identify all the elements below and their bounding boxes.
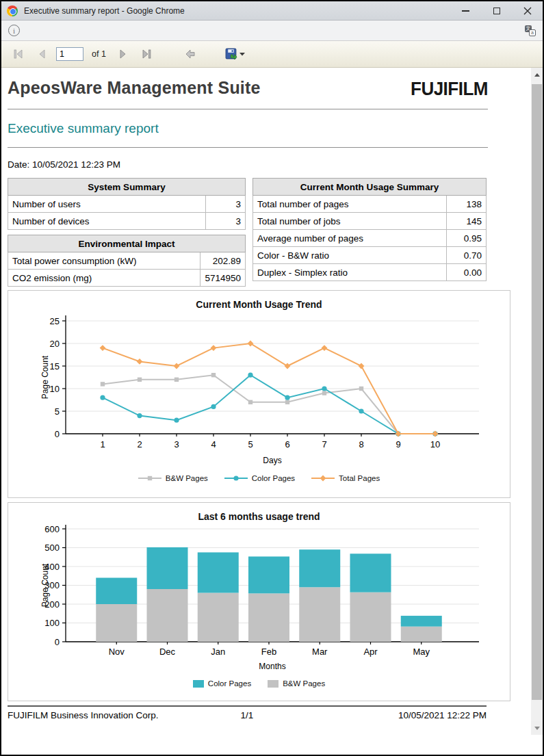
svg-text:7: 7 bbox=[322, 439, 326, 449]
row-value: 3 bbox=[206, 213, 246, 230]
scroll-down-button[interactable] bbox=[531, 721, 543, 735]
svg-text:600: 600 bbox=[44, 525, 60, 534]
first-page-icon bbox=[13, 49, 24, 59]
app-title: ApeosWare Management Suite bbox=[8, 78, 261, 98]
page-count-label: of 1 bbox=[92, 49, 106, 59]
previous-page-icon bbox=[38, 49, 46, 59]
page-number-input[interactable] bbox=[56, 47, 83, 61]
row-label: Number of devices bbox=[8, 213, 206, 230]
svg-text:9: 9 bbox=[396, 439, 400, 449]
chart-title: Last 6 months usage trend bbox=[8, 503, 510, 522]
svg-text:Days: Days bbox=[263, 456, 281, 465]
title-bar: Executive summary report - Google Chrome bbox=[1, 1, 543, 21]
next-page-button[interactable] bbox=[114, 46, 132, 62]
chrome-icon bbox=[7, 5, 18, 16]
svg-text:0: 0 bbox=[55, 429, 60, 439]
svg-text:2: 2 bbox=[137, 439, 142, 449]
line-chart-legend: B&W PagesColor PagesTotal Pages bbox=[8, 474, 510, 482]
legend-label: B&W Pages bbox=[283, 679, 325, 688]
svg-text:5: 5 bbox=[248, 439, 252, 449]
svg-text:15: 15 bbox=[50, 361, 60, 372]
environmental-impact-table: Environmental Impact Total power consump… bbox=[8, 235, 246, 287]
svg-text:100: 100 bbox=[44, 618, 60, 628]
legend-label: Total Pages bbox=[339, 474, 380, 482]
legend-item: Color Pages bbox=[193, 679, 251, 688]
last-page-button[interactable] bbox=[138, 46, 155, 62]
table-row: Total power consumption (kW)202.89 bbox=[8, 252, 246, 270]
maximize-button[interactable] bbox=[481, 1, 512, 20]
row-value: 138 bbox=[447, 196, 487, 213]
row-label: Total power consumption (kW) bbox=[8, 252, 200, 270]
row-value: 145 bbox=[447, 213, 487, 230]
svg-text:5: 5 bbox=[55, 406, 60, 417]
legend-item: Total Pages bbox=[311, 474, 380, 482]
report-page: ApeosWare Management Suite FUJIFILM Exec… bbox=[1, 68, 543, 720]
legend-item: B&W Pages bbox=[138, 474, 208, 482]
svg-text:1: 1 bbox=[100, 439, 105, 449]
maximize-icon bbox=[493, 8, 500, 14]
minimize-button[interactable] bbox=[450, 1, 481, 20]
line-chart-canvas: 0510152025Page CountDays12345678910 bbox=[8, 313, 510, 469]
close-button[interactable] bbox=[512, 1, 543, 20]
vertical-scrollbar[interactable] bbox=[531, 68, 543, 735]
svg-text:10: 10 bbox=[430, 439, 440, 449]
svg-text:25: 25 bbox=[50, 316, 60, 326]
translate-icon[interactable]: 文a bbox=[525, 25, 536, 36]
info-icon[interactable]: i bbox=[8, 25, 20, 36]
minimize-icon bbox=[462, 10, 469, 12]
export-button[interactable] bbox=[225, 48, 245, 60]
row-label: Color - B&W ratio bbox=[253, 247, 447, 264]
legend-label: Color Pages bbox=[252, 474, 295, 482]
row-label: Number of users bbox=[8, 196, 206, 213]
svg-text:500: 500 bbox=[44, 543, 60, 553]
table-row: Number of users3 bbox=[8, 196, 246, 213]
bar-chart-legend: Color PagesB&W Pages bbox=[8, 679, 510, 688]
table-title: System Summary bbox=[8, 179, 246, 196]
first-page-button[interactable] bbox=[10, 46, 27, 62]
last-page-icon bbox=[141, 49, 152, 59]
svg-text:0: 0 bbox=[55, 637, 60, 647]
report-heading: Executive summary report bbox=[8, 121, 543, 136]
export-save-icon bbox=[225, 48, 237, 60]
row-value: 0.70 bbox=[447, 247, 487, 264]
svg-text:Mar: Mar bbox=[312, 647, 328, 657]
row-label: Total number of jobs bbox=[253, 213, 447, 230]
scroll-up-button[interactable] bbox=[531, 68, 543, 81]
svg-text:Page Count: Page Count bbox=[40, 355, 50, 399]
row-label: Total number of pages bbox=[253, 196, 447, 213]
svg-text:Nov: Nov bbox=[109, 647, 125, 657]
svg-text:4: 4 bbox=[211, 439, 216, 449]
browser-window: Executive summary report - Google Chrome… bbox=[0, 0, 544, 756]
table-row: Color - B&W ratio0.70 bbox=[253, 247, 487, 264]
svg-text:Feb: Feb bbox=[261, 647, 276, 657]
divider bbox=[8, 147, 488, 148]
fujifilm-logo: FUJIFILM bbox=[411, 77, 488, 100]
divider bbox=[8, 109, 488, 109]
svg-text:Dec: Dec bbox=[159, 647, 176, 657]
svg-text:Jan: Jan bbox=[211, 647, 225, 657]
svg-text:May: May bbox=[413, 647, 430, 657]
row-value: 202.89 bbox=[200, 252, 246, 270]
legend-item: B&W Pages bbox=[268, 679, 325, 688]
scrollbar-thumb[interactable] bbox=[532, 84, 542, 700]
legend-swatch bbox=[268, 680, 279, 688]
table-row: Total number of jobs145 bbox=[253, 213, 487, 230]
current-month-usage-summary-table: Current Month Usage Summary Total number… bbox=[252, 178, 487, 281]
scroll-up-icon bbox=[534, 73, 540, 77]
previous-page-button[interactable] bbox=[33, 46, 51, 62]
table-row: Duplex - Simplex ratio0.00 bbox=[253, 264, 487, 281]
table-row: Number of devices3 bbox=[8, 213, 246, 230]
svg-text:10: 10 bbox=[50, 384, 60, 394]
legend-swatch bbox=[193, 680, 204, 688]
row-label: CO2 emission (mg) bbox=[8, 270, 200, 287]
row-label: Average number of pages bbox=[253, 230, 447, 247]
svg-text:Apr: Apr bbox=[363, 647, 378, 657]
back-to-parent-button[interactable] bbox=[181, 46, 199, 62]
info-bar: i 文a bbox=[1, 21, 543, 41]
report-date: Date: 10/05/2021 12:23 PM bbox=[8, 159, 543, 170]
chart-title: Current Month Usage Trend bbox=[8, 291, 510, 310]
table-title: Environmental Impact bbox=[8, 235, 246, 252]
svg-text:Months: Months bbox=[259, 662, 285, 671]
table-title: Current Month Usage Summary bbox=[253, 179, 487, 196]
table-row: Total number of pages138 bbox=[253, 196, 487, 213]
